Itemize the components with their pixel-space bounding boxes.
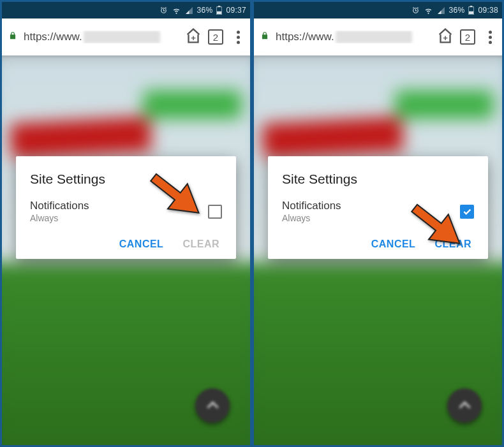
status-bar: 36% 09:38 (254, 2, 502, 18)
url-text[interactable]: https://www. (24, 31, 177, 43)
battery-percent: 36% (449, 6, 465, 15)
scroll-top-fab[interactable] (195, 388, 230, 423)
tab-count-button[interactable]: 2 (460, 29, 475, 45)
url-host-prefix: www. (56, 31, 82, 43)
lock-icon (8, 31, 17, 43)
screenshot-left: P 36% 09:37 https://www. + 2 Site Settin… (0, 0, 252, 447)
scroll-top-fab[interactable] (447, 388, 482, 423)
signal-icon (185, 6, 193, 15)
instruction-arrow (402, 197, 472, 257)
svg-text:+: + (443, 33, 448, 43)
signal-icon (437, 6, 445, 15)
battery-icon (468, 6, 474, 15)
menu-icon[interactable] (484, 31, 496, 44)
dialog-actions: CANCEL CLEAR (30, 238, 222, 250)
url-text[interactable]: https://www. (276, 31, 429, 43)
url-host-redacted (84, 31, 160, 43)
battery-percent: 36% (197, 6, 213, 15)
tab-count-button[interactable]: 2 (208, 29, 223, 45)
screenshot-right: C 36% 09:38 https://www. + 2 Site Settin… (252, 0, 504, 447)
url-host-prefix: www. (308, 31, 334, 43)
svg-rect-6 (469, 11, 473, 14)
address-bar[interactable]: https://www. + 2 (254, 18, 502, 55)
alarm-icon (411, 6, 420, 15)
clock-time: 09:37 (226, 6, 246, 15)
home-add-icon[interactable]: + (436, 26, 455, 48)
url-host-redacted (336, 31, 412, 43)
lock-icon (260, 31, 269, 43)
cancel-button[interactable]: CANCEL (119, 238, 164, 250)
dialog-title: Site Settings (282, 172, 474, 187)
alarm-icon (159, 6, 168, 15)
clear-button[interactable]: CLEAR (182, 238, 219, 250)
battery-icon (216, 6, 222, 15)
svg-text:+: + (191, 33, 196, 43)
svg-rect-2 (217, 11, 221, 14)
url-scheme: https:// (24, 31, 56, 43)
instruction-arrow (141, 166, 211, 226)
wifi-icon (424, 6, 433, 15)
menu-icon[interactable] (232, 31, 244, 44)
url-scheme: https:// (276, 31, 308, 43)
status-bar: 36% 09:37 (2, 2, 250, 18)
home-add-icon[interactable]: + (184, 26, 203, 48)
address-bar[interactable]: https://www. + 2 (2, 18, 250, 55)
wifi-icon (172, 6, 181, 15)
clock-time: 09:38 (478, 6, 498, 15)
